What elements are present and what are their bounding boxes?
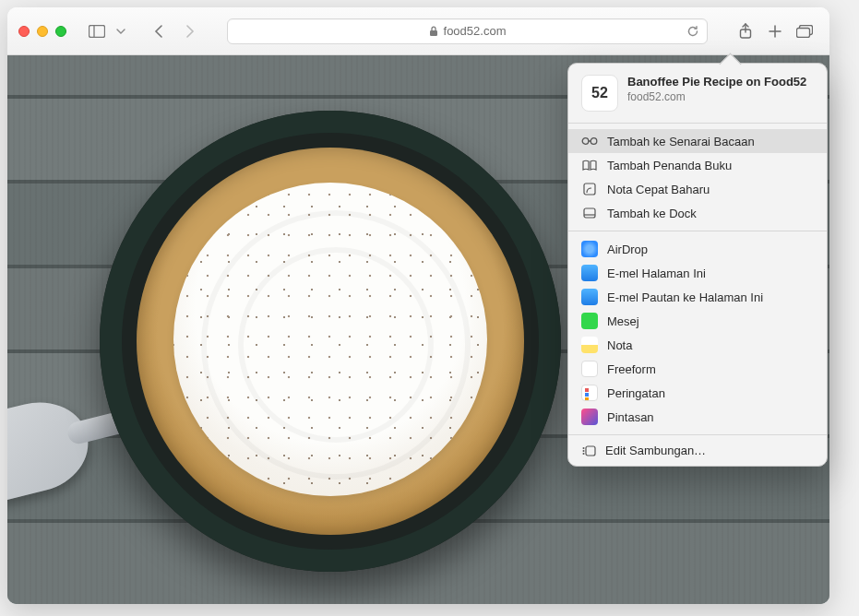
svg-rect-2: [430, 30, 437, 36]
svg-point-12: [583, 447, 585, 449]
share-item-notes[interactable]: Nota: [568, 333, 827, 357]
svg-rect-11: [586, 446, 595, 456]
share-item-quick-note[interactable]: Nota Cepat Baharu: [568, 177, 827, 201]
share-title: Banoffee Pie Recipe on Food52: [627, 75, 806, 89]
svg-rect-5: [797, 28, 810, 37]
svg-rect-0: [89, 25, 105, 37]
freeform-icon: [581, 361, 598, 377]
share-item-bookmark[interactable]: Tambah Penanda Buku: [568, 153, 827, 177]
share-item-label: E-mel Pautan ke Halaman Ini: [607, 290, 763, 304]
share-item-label: Tambah ke Dock: [607, 207, 697, 220]
divider: [568, 231, 827, 231]
svg-point-7: [591, 138, 597, 145]
share-item-label: Freeform: [607, 362, 656, 376]
share-item-freeform[interactable]: Freeform: [568, 357, 827, 381]
divider: [568, 434, 827, 435]
share-system-actions: Tambah ke Senarai Bacaan Tambah Penanda …: [568, 125, 827, 229]
back-button[interactable]: [146, 19, 173, 43]
close-window-button[interactable]: [18, 26, 30, 37]
reload-button[interactable]: [686, 25, 699, 38]
share-item-add-to-dock[interactable]: Tambah ke Dock: [568, 201, 827, 225]
tab-overview-button[interactable]: [791, 19, 818, 43]
pie-plate: [100, 111, 561, 572]
share-item-edit-extensions[interactable]: Edit Sambungan…: [568, 437, 827, 466]
airdrop-icon: [581, 241, 598, 257]
share-item-label: Edit Sambungan…: [605, 444, 706, 457]
share-item-email-page[interactable]: E-mel Halaman Ini: [568, 261, 827, 285]
share-item-label: Nota Cepat Baharu: [607, 183, 710, 196]
glasses-icon: [581, 133, 598, 149]
share-item-label: AirDrop: [607, 243, 648, 256]
sidebar-toggle-button[interactable]: [83, 19, 111, 43]
share-item-label: Peringatan: [607, 386, 665, 400]
share-item-label: Tambah ke Senarai Bacaan: [607, 135, 755, 148]
share-item-label: Tambah Penanda Buku: [607, 159, 732, 172]
address-bar[interactable]: food52.com: [227, 18, 708, 44]
mail-icon: [581, 265, 598, 281]
book-icon: [581, 157, 598, 173]
share-item-label: Nota: [607, 338, 632, 352]
share-button[interactable]: [732, 19, 759, 43]
titlebar: food52.com: [7, 7, 829, 55]
share-item-label: Mesej: [607, 314, 639, 328]
minimize-window-button[interactable]: [37, 26, 48, 37]
share-item-reading-list[interactable]: Tambah ke Senarai Bacaan: [568, 129, 827, 153]
divider: [568, 123, 827, 124]
sidebar-menu-chevron-icon[interactable]: [113, 19, 129, 43]
reminders-icon: [581, 385, 598, 401]
share-item-label: Pintasan: [607, 410, 654, 424]
share-header: 52 Banoffee Pie Recipe on Food52 food52.…: [568, 64, 827, 121]
notes-icon: [581, 337, 598, 353]
svg-point-13: [583, 450, 585, 452]
mail-icon: [581, 289, 598, 305]
share-item-shortcuts[interactable]: Pintasan: [568, 405, 827, 429]
share-app-actions: AirDrop E-mel Halaman Ini E-mel Pautan k…: [568, 233, 827, 432]
share-popover: 52 Banoffee Pie Recipe on Food52 food52.…: [567, 63, 828, 467]
svg-point-14: [583, 453, 585, 455]
svg-rect-8: [584, 184, 595, 195]
forward-button[interactable]: [175, 19, 203, 43]
safari-window: food52.com: [7, 7, 829, 604]
new-tab-button[interactable]: [761, 19, 789, 43]
share-favicon: 52: [581, 75, 618, 112]
quick-note-icon: [581, 181, 598, 197]
share-item-messages[interactable]: Mesej: [568, 309, 827, 333]
messages-icon: [581, 313, 598, 329]
window-controls: [18, 26, 66, 37]
svg-point-6: [582, 138, 589, 145]
share-item-email-link[interactable]: E-mel Pautan ke Halaman Ini: [568, 285, 827, 309]
lock-icon: [429, 26, 438, 37]
address-bar-domain: food52.com: [444, 24, 507, 38]
edit-extensions-icon: [581, 445, 596, 456]
share-item-reminders[interactable]: Peringatan: [568, 381, 827, 405]
share-subtitle: food52.com: [627, 90, 806, 103]
svg-rect-9: [584, 208, 595, 218]
shortcuts-icon: [581, 409, 598, 425]
dock-icon: [581, 205, 598, 221]
fullscreen-window-button[interactable]: [55, 26, 66, 37]
share-item-label: E-mel Halaman Ini: [607, 267, 706, 280]
share-item-airdrop[interactable]: AirDrop: [568, 237, 827, 261]
